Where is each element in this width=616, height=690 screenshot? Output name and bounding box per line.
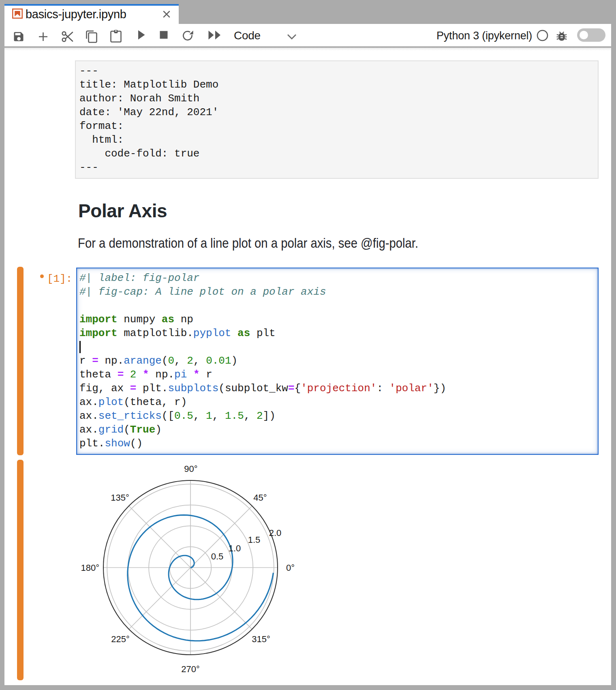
svg-text:315°: 315°	[252, 634, 270, 644]
svg-text:1.0: 1.0	[229, 543, 241, 553]
svg-text:135°: 135°	[111, 493, 129, 503]
svg-text:1.5: 1.5	[248, 535, 261, 545]
svg-text:225°: 225°	[111, 634, 130, 644]
svg-text:2.0: 2.0	[269, 528, 282, 538]
svg-text:180°: 180°	[81, 563, 99, 573]
svg-text:0°: 0°	[286, 563, 295, 573]
svg-text:90°: 90°	[184, 464, 197, 474]
svg-text:0.5: 0.5	[211, 551, 224, 561]
svg-text:45°: 45°	[253, 493, 267, 503]
svg-text:270°: 270°	[181, 664, 200, 674]
